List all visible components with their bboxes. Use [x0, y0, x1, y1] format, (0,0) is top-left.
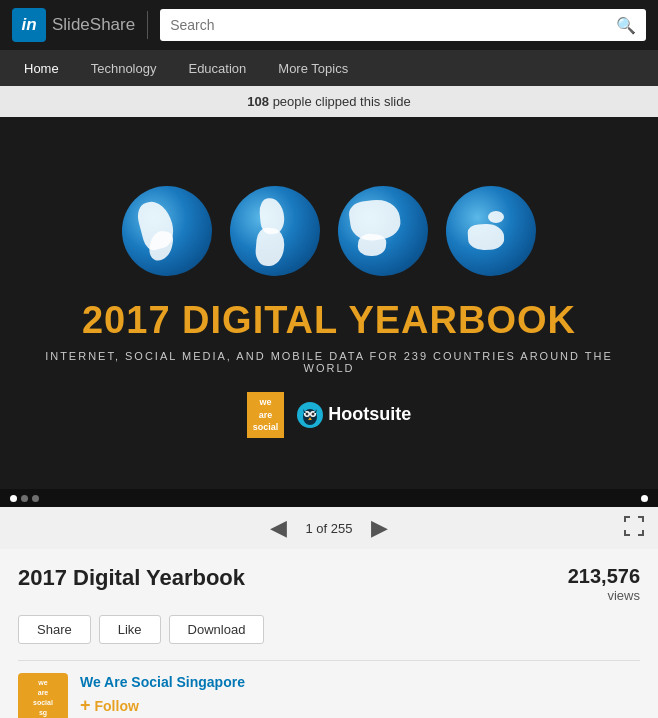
linkedin-logo[interactable]: in: [12, 8, 46, 42]
current-slide: 1: [305, 521, 312, 536]
follow-label: Follow: [95, 698, 139, 714]
nav-dot-1[interactable]: [10, 495, 17, 502]
author-section: wearesocialsg We Are Social Singapore + …: [18, 660, 640, 718]
slide-logos: wearesocial Hootsu: [247, 392, 412, 438]
like-button[interactable]: Like: [99, 615, 161, 644]
author-info: We Are Social Singapore + Follow: [80, 673, 640, 716]
below-slide: 2017 Digital Yearbook 213,576 views Shar…: [0, 549, 658, 718]
action-buttons: Share Like Download: [18, 615, 640, 644]
search-bar: 🔍: [160, 9, 646, 41]
slide-counter: 1 of 255: [305, 521, 352, 536]
views-label: views: [568, 588, 640, 603]
search-icon: 🔍: [616, 17, 636, 34]
nav-item-home[interactable]: Home: [8, 50, 75, 86]
slide-controls: ◀ 1 of 255 ▶: [0, 507, 658, 549]
brand-name: SlideShare: [52, 15, 135, 35]
fullscreen-button[interactable]: [624, 516, 644, 541]
nav-item-education[interactable]: Education: [172, 50, 262, 86]
globe-2: [230, 186, 320, 276]
globe-1: [122, 186, 212, 276]
next-slide-button[interactable]: ▶: [365, 515, 394, 541]
follow-plus-icon: +: [80, 695, 91, 716]
download-button[interactable]: Download: [169, 615, 265, 644]
slide-content: 2017 DIGITAL YEARBOOK INTERNET, SOCIAL M…: [0, 117, 658, 507]
fullscreen-icon: [624, 516, 644, 536]
hootsuite-owl-icon: [296, 401, 324, 429]
slide-container: 108 people clipped this slide: [0, 86, 658, 549]
slide-of-label: of: [316, 521, 327, 536]
globe-4: [446, 186, 536, 276]
nav-dot-end[interactable]: [641, 495, 648, 502]
nav-item-technology[interactable]: Technology: [75, 50, 173, 86]
search-button[interactable]: 🔍: [616, 16, 636, 35]
clipped-text: people clipped this slide: [273, 94, 411, 109]
nav-dot-3[interactable]: [32, 495, 39, 502]
slide-bottom-bar: [0, 489, 658, 507]
total-slides: 255: [331, 521, 353, 536]
globe-row: [122, 186, 536, 276]
avatar-inner: wearesocialsg: [31, 676, 55, 718]
author-name-link[interactable]: We Are Social Singapore: [80, 674, 245, 690]
views-block: 213,576 views: [568, 565, 640, 603]
author-avatar: wearesocialsg: [18, 673, 68, 718]
nav-dot-2[interactable]: [21, 495, 28, 502]
slide-viewer: 2017 DIGITAL YEARBOOK INTERNET, SOCIAL M…: [0, 117, 658, 507]
views-count: 213,576: [568, 565, 640, 587]
prev-slide-button[interactable]: ◀: [264, 515, 293, 541]
presentation-title: 2017 Digital Yearbook: [18, 565, 245, 591]
slide-subtitle: INTERNET, SOCIAL MEDIA, AND MOBILE DATA …: [20, 350, 638, 374]
hootsuite-logo: Hootsuite: [296, 401, 411, 429]
linkedin-in-text: in: [21, 15, 36, 35]
slide-title: 2017 DIGITAL YEARBOOK: [82, 300, 576, 342]
hootsuite-text: Hootsuite: [328, 404, 411, 425]
nav-dot-group: [21, 495, 39, 502]
slide-title-and-views: 2017 Digital Yearbook 213,576 views: [18, 565, 640, 603]
search-input[interactable]: [170, 17, 616, 33]
clipped-bar: 108 people clipped this slide: [0, 86, 658, 117]
share-button[interactable]: Share: [18, 615, 91, 644]
nav-bar: Home Technology Education More Topics: [0, 50, 658, 86]
wearesocial-logo: wearesocial: [247, 392, 285, 438]
header: in SlideShare 🔍: [0, 0, 658, 50]
nav-item-more-topics[interactable]: More Topics: [262, 50, 364, 86]
globe-3: [338, 186, 428, 276]
clipped-count: 108: [247, 94, 269, 109]
header-divider: [147, 11, 148, 39]
follow-button[interactable]: + Follow: [80, 695, 139, 716]
